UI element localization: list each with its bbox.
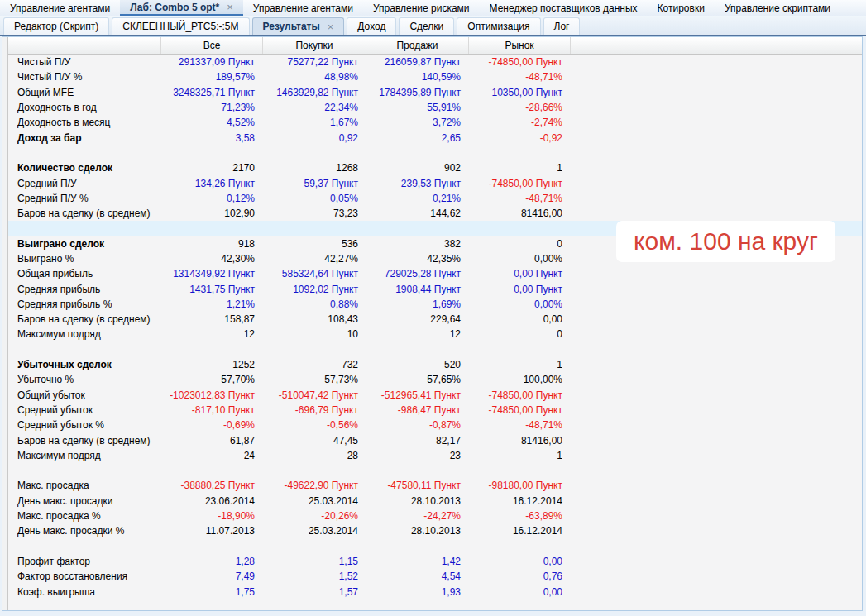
- window-tab-label: Управление рисками: [373, 2, 470, 14]
- metric-value: -74850,00 Пункт: [469, 389, 571, 401]
- table-row[interactable]: Доходность в месяц4,52%1,67%3,72%-2,74%: [8, 115, 862, 130]
- document-tab[interactable]: Сделки: [399, 17, 454, 35]
- metric-value: 16.12.2014: [469, 525, 571, 537]
- table-row[interactable]: Общий убыток-1023012,83 Пункт-510047,42 …: [8, 388, 862, 403]
- table-row[interactable]: Макс. просадка-38880,25 Пункт-49622,90 П…: [8, 478, 862, 493]
- metric-value: -74850,00 Пункт: [469, 404, 571, 416]
- table-row[interactable]: Средний П/У %0,12%0,05%0,21%-48,71%: [8, 191, 862, 206]
- metric-label: Фактор восстановления: [8, 571, 161, 582]
- document-tab[interactable]: Редактор (Скрипт): [3, 17, 109, 35]
- metric-value: -28,66%: [469, 102, 571, 113]
- metric-value: 47,45: [263, 435, 366, 446]
- metric-value: 0,00%: [469, 253, 571, 265]
- table-row[interactable]: Доход за бар3,580,922,65-0,92: [8, 130, 862, 145]
- table-row[interactable]: Максимум подряд2428231: [8, 448, 862, 463]
- column-header[interactable]: Рынок: [469, 37, 571, 54]
- table-row[interactable]: Коэф. выигрыша1,751,571,930,00: [8, 584, 862, 599]
- metric-value: 55,91%: [366, 102, 469, 113]
- metric-value: 73,23: [263, 208, 366, 219]
- table-row[interactable]: Общий MFE3248325,71 Пункт1463929,82 Пунк…: [8, 85, 862, 100]
- metric-value: 0,00: [469, 313, 571, 325]
- document-tab[interactable]: СКЛЕЕННЫЙ_РТС5:-:5М: [112, 17, 249, 35]
- table-row[interactable]: Чистый П/У %189,57%48,98%140,59%-48,71%: [8, 69, 862, 84]
- table-row[interactable]: Убыточно %57,70%57,73%57,65%100,00%: [8, 372, 862, 387]
- table-row[interactable]: Общая прибыль1314349,92 Пункт585324,64 П…: [8, 266, 862, 281]
- window-tab[interactable]: Управление агентами: [243, 0, 363, 16]
- metric-value: 28: [263, 450, 366, 461]
- table-row[interactable]: Чистый П/У291337,09 Пункт75277,22 Пункт2…: [8, 55, 862, 69]
- metric-value: 1431,75 Пункт: [161, 284, 263, 295]
- metric-label: Баров на сделку (в среднем): [8, 435, 161, 446]
- spacer-row: [8, 342, 862, 357]
- metric-label: Выиграно %: [8, 253, 161, 265]
- metric-label: Общий MFE: [8, 87, 161, 98]
- document-tab[interactable]: Лог: [543, 17, 581, 35]
- table-row[interactable]: Средняя прибыль1431,75 Пункт1092,02 Пунк…: [8, 281, 862, 296]
- metric-label: Средний убыток: [8, 404, 161, 416]
- metric-value: 57,65%: [366, 374, 469, 385]
- metric-value: 28.10.2013: [366, 525, 469, 537]
- document-tab[interactable]: Оптимизация: [457, 17, 540, 35]
- table-row[interactable]: Фактор восстановления7,491,524,540,76: [8, 569, 862, 584]
- metric-label: Профит фактор: [8, 556, 161, 567]
- metric-value: 57,70%: [161, 374, 263, 385]
- window-tab-label: Управление агентами: [253, 2, 353, 14]
- table-row[interactable]: Убыточных сделок12527325201: [8, 357, 862, 372]
- window-tab[interactable]: Управление рисками: [363, 0, 480, 16]
- metric-value: 1314349,92 Пункт: [161, 268, 263, 279]
- column-header[interactable]: Покупки: [263, 37, 366, 54]
- metric-value: -24,27%: [366, 510, 469, 522]
- close-tab-icon[interactable]: ×: [227, 2, 233, 12]
- table-row[interactable]: Баров на сделку (в среднем)102,9073,2314…: [8, 206, 862, 221]
- column-header[interactable]: Все: [161, 37, 263, 54]
- results-table-body[interactable]: Чистый П/У291337,09 Пункт75277,22 Пункт2…: [8, 55, 862, 610]
- metric-value: 0,00%: [469, 298, 571, 310]
- annotation-text: ком. 100 на круг: [634, 227, 818, 255]
- metric-value: 11.07.2013: [161, 525, 263, 537]
- table-row[interactable]: Профит фактор1,281,151,420,00: [8, 554, 862, 569]
- table-row[interactable]: Средний П/У134,26 Пункт59,37 Пункт239,53…: [8, 175, 862, 190]
- window-tab[interactable]: Управление скриптами: [715, 0, 840, 16]
- window-tab[interactable]: Управление агентами: [0, 0, 120, 16]
- table-row[interactable]: Баров на сделку (в среднем)61,8747,4582,…: [8, 432, 862, 447]
- table-row[interactable]: Баров на сделку (в среднем)158,87108,432…: [8, 312, 862, 327]
- metric-value: 158,87: [161, 313, 263, 325]
- table-row[interactable]: День макс. просадки23.06.201425.03.20142…: [8, 494, 862, 509]
- table-row[interactable]: Средний убыток %-0,69%-0,56%-0,87%-48,71…: [8, 418, 862, 432]
- metric-label: Максимум подряд: [8, 328, 161, 340]
- metric-value: -0,69%: [161, 419, 263, 431]
- table-row[interactable]: Количество сделок217012689021: [8, 160, 862, 175]
- metric-value: 291337,09 Пункт: [161, 56, 263, 68]
- window-tab-bar: Управление агентамиЛаб: Combo 5 opt*×Упр…: [0, 0, 866, 16]
- metric-value: 1908,44 Пункт: [366, 284, 469, 295]
- document-tab[interactable]: Результаты×: [252, 17, 345, 35]
- table-row[interactable]: Средняя прибыль %1,21%0,88%1,69%0,00%: [8, 297, 862, 312]
- window-tab[interactable]: Котировки: [648, 0, 715, 16]
- metric-value: -63,89%: [469, 510, 571, 522]
- window-tab[interactable]: Лаб: Combo 5 opt*×: [120, 0, 243, 16]
- column-header-filler: [571, 37, 862, 54]
- metric-value: 0,05%: [263, 193, 366, 204]
- window-tab-label: Управление агентами: [10, 2, 110, 14]
- column-header[interactable]: Продажи: [366, 37, 469, 54]
- metric-value: 12: [366, 328, 469, 340]
- table-row[interactable]: Доходность в год71,23%22,34%55,91%-28,66…: [8, 100, 862, 115]
- table-row[interactable]: Макс. просадка %-18,90%-20,26%-24,27%-63…: [8, 509, 862, 523]
- spacer-row: [8, 463, 862, 478]
- annotation-note: ком. 100 на круг: [616, 221, 835, 262]
- metric-value: 1,28: [161, 556, 263, 567]
- table-row[interactable]: Средний убыток-817,10 Пункт-696,79 Пункт…: [8, 403, 862, 418]
- table-row[interactable]: Максимум подряд1210120: [8, 327, 862, 341]
- table-row[interactable]: День макс. просадки %11.07.201325.03.201…: [8, 523, 862, 538]
- metric-value: 1784395,89 Пункт: [366, 87, 469, 98]
- close-tab-icon[interactable]: ×: [328, 21, 334, 32]
- column-header[interactable]: [8, 37, 161, 54]
- document-tab-label: Сделки: [409, 21, 443, 32]
- window-tab[interactable]: Менеджер поставщиков данных: [480, 0, 648, 16]
- metric-value: 1,93: [366, 586, 469, 598]
- grid-row-header-strip: [2, 37, 8, 610]
- metric-value: 1,75: [161, 586, 263, 598]
- metric-value: 134,26 Пункт: [161, 178, 263, 189]
- document-tab[interactable]: Доход: [347, 17, 396, 35]
- metric-value: 3,58: [161, 132, 263, 144]
